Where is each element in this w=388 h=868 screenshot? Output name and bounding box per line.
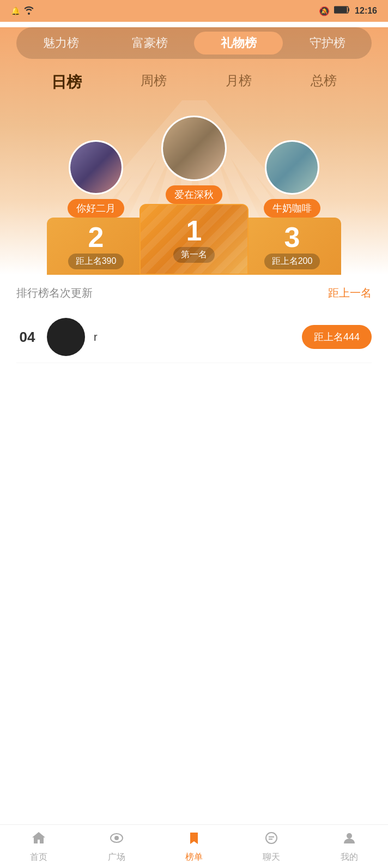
podium-rank3[interactable]: 牛奶咖啡 3 距上名200 bbox=[243, 140, 341, 275]
list-header: 排行榜名次更新 距上一名 bbox=[16, 286, 372, 300]
rank1-block: 1 第一名 bbox=[140, 204, 248, 275]
nav-chat[interactable]: 聊天 bbox=[263, 830, 280, 863]
list-dist-btn-04[interactable]: 距上名444 bbox=[302, 325, 372, 349]
nav-mine[interactable]: 我的 bbox=[341, 830, 358, 863]
nav-rank[interactable]: 榜单 bbox=[185, 830, 203, 863]
user-icon bbox=[342, 830, 357, 849]
list-section: 排行榜名次更新 距上一名 04 r 距上名444 bbox=[0, 275, 388, 374]
rank1-avatar bbox=[161, 116, 227, 181]
tab-rich[interactable]: 富豪榜 bbox=[105, 32, 194, 55]
rank2-number: 2 bbox=[88, 223, 104, 251]
list-item[interactable]: 04 r 距上名444 bbox=[16, 311, 372, 363]
rank3-number: 3 bbox=[284, 223, 300, 251]
bottom-nav: 首页 广场 榜单 聊天 bbox=[0, 824, 388, 868]
nav-chat-label: 聊天 bbox=[263, 852, 280, 863]
rank3-dist: 距上名200 bbox=[264, 254, 320, 269]
nav-home-label: 首页 bbox=[30, 852, 47, 863]
top-section: 魅力榜 富豪榜 礼物榜 守护榜 日榜 周榜 月榜 总榜 bbox=[0, 27, 388, 275]
rank2-block: 2 距上名390 bbox=[47, 218, 145, 275]
nav-plaza[interactable]: 广场 bbox=[108, 830, 125, 863]
podium-area: 你好二月 2 距上名390 爱在深秋 1 第一名 bbox=[0, 100, 388, 275]
rank1-number: 1 bbox=[186, 216, 202, 245]
svg-rect-1 bbox=[335, 7, 347, 13]
status-left: 🔔 bbox=[11, 6, 34, 16]
podium-rank1[interactable]: 爱在深秋 1 第一名 bbox=[140, 116, 248, 275]
battery-icon bbox=[334, 5, 350, 16]
status-bar: 🔔 🔕 12:16 bbox=[0, 0, 388, 22]
list-avatar-04 bbox=[47, 318, 85, 356]
wifi-icon bbox=[23, 6, 34, 16]
nav-plaza-label: 广场 bbox=[108, 852, 125, 863]
nav-home[interactable]: 首页 bbox=[30, 830, 47, 863]
status-right: 🔕 12:16 bbox=[319, 5, 377, 16]
nav-mine-label: 我的 bbox=[341, 852, 358, 863]
rank3-name: 牛奶咖啡 bbox=[264, 199, 320, 218]
period-week[interactable]: 周榜 bbox=[135, 70, 172, 95]
period-tab-bar: 日榜 周榜 月榜 总榜 bbox=[0, 64, 388, 100]
mute-icon: 🔕 bbox=[319, 6, 330, 16]
svg-point-14 bbox=[266, 833, 277, 843]
list-rank-04: 04 bbox=[16, 329, 38, 346]
rank3-block: 3 距上名200 bbox=[243, 218, 341, 275]
time: 12:16 bbox=[355, 6, 377, 16]
period-total[interactable]: 总榜 bbox=[305, 70, 342, 95]
notification-icon: 🔔 bbox=[11, 7, 20, 15]
rank1-avatar-wrap bbox=[161, 116, 227, 181]
rank2-name: 你好二月 bbox=[68, 199, 124, 218]
rank1-label: 第一名 bbox=[173, 247, 215, 263]
tab-guard[interactable]: 守护榜 bbox=[283, 32, 372, 55]
podium-rank2[interactable]: 你好二月 2 距上名390 bbox=[47, 140, 145, 275]
chat-icon bbox=[264, 830, 279, 849]
bookmark-icon bbox=[186, 830, 202, 849]
rank2-avatar-wrap bbox=[69, 140, 123, 195]
rank1-name: 爱在深秋 bbox=[166, 185, 222, 204]
nav-rank-label: 榜单 bbox=[185, 852, 203, 863]
period-day[interactable]: 日榜 bbox=[46, 70, 87, 95]
rank2-dist: 距上名390 bbox=[68, 254, 124, 269]
rank3-avatar-wrap bbox=[265, 140, 319, 195]
eye-icon bbox=[109, 830, 124, 849]
rank3-avatar bbox=[265, 140, 319, 195]
list-header-dist: 距上一名 bbox=[328, 286, 372, 300]
list-name-04: r bbox=[94, 331, 293, 343]
home-icon bbox=[31, 830, 46, 849]
svg-point-17 bbox=[347, 833, 352, 839]
rank2-avatar bbox=[69, 140, 123, 195]
svg-point-13 bbox=[114, 836, 119, 840]
list-header-text: 排行榜名次更新 bbox=[16, 286, 93, 300]
tab-gift[interactable]: 礼物榜 bbox=[194, 32, 283, 55]
period-month[interactable]: 月榜 bbox=[220, 70, 257, 95]
top-tab-bar: 魅力榜 富豪榜 礼物榜 守护榜 bbox=[16, 27, 372, 59]
tab-charm[interactable]: 魅力榜 bbox=[16, 32, 105, 55]
